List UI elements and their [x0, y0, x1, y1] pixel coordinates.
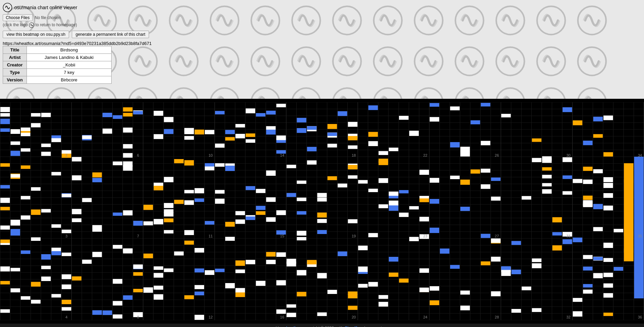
header-content: osu!mania chart online viewer Choose Fil… [3, 3, 641, 84]
bg-logo [490, 82, 531, 99]
bg-logo [572, 82, 612, 99]
generate-link-button[interactable]: generate a permanent link of this chart [72, 31, 149, 38]
metadata-row: Creator_Kobii [3, 61, 112, 69]
svg-point-39 [374, 88, 402, 99]
inline-logo-icon [29, 22, 34, 28]
bg-logo [204, 82, 245, 99]
metadata-value: Birdsong [27, 46, 112, 54]
metadata-label: Title [3, 46, 27, 54]
metadata-label: Version [3, 76, 27, 84]
metadata-row: VersionBirbcore [3, 76, 112, 84]
svg-point-37 [292, 88, 320, 99]
bg-logo [82, 82, 122, 99]
file-row: Choose Files No file chosen [3, 14, 641, 21]
svg-point-33 [129, 88, 157, 99]
action-buttons: view this beatmap on osu.ppy.sh generate… [3, 31, 641, 38]
chart-canvas [0, 102, 644, 320]
click-logo-hint: (click the logo to return to homepage) [3, 22, 641, 28]
svg-point-30 [6, 88, 35, 99]
bg-logo [122, 82, 163, 99]
metadata-value: 7 key [27, 69, 112, 76]
top-bar: osu!mania chart online viewer [3, 3, 641, 12]
svg-point-42 [496, 88, 525, 99]
bg-logo [163, 82, 204, 99]
no-file-text: No file chosen [35, 15, 61, 20]
wheatfox-link[interactable]: wheatfox [283, 326, 300, 327]
svg-point-34 [170, 88, 198, 99]
metadata-label: Type [3, 69, 27, 76]
metadata-label: Artist [3, 54, 27, 61]
metadata-value: Birbcore [27, 76, 112, 84]
cloudflare-link[interactable]: Cloudflare [345, 326, 363, 327]
metadata-value: _Kobii [27, 61, 112, 69]
view-beatmap-button[interactable]: view this beatmap on osu.ppy.sh [3, 31, 69, 38]
bg-logo [0, 82, 41, 99]
metadata-row: ArtistJames Landino & Kabuki [3, 54, 112, 61]
header: // Will be generated by JS [0, 0, 644, 99]
svg-point-41 [456, 88, 484, 99]
svg-point-44 [578, 88, 606, 99]
svg-point-40 [415, 88, 443, 99]
svg-point-35 [211, 88, 239, 99]
metadata-tbody: TitleBirdsongArtistJames Landino & Kabuk… [3, 46, 112, 84]
choose-files-button[interactable]: Choose Files [3, 14, 33, 21]
app-title: osu!mania chart online viewer [14, 5, 77, 10]
svg-point-43 [537, 88, 565, 99]
chart-area [0, 99, 644, 324]
metadata-table: TitleBirdsongArtistJames Landino & Kabuk… [3, 46, 112, 84]
chart-url-link[interactable]: https://wheatfox.art/osumania?md5=d493e7… [3, 41, 152, 46]
svg-point-36 [251, 88, 280, 99]
svg-point-31 [47, 88, 76, 99]
bg-logo [449, 82, 490, 99]
bg-logo [408, 82, 449, 99]
metadata-row: TitleBirdsong [3, 46, 112, 54]
bg-logo [245, 82, 286, 99]
bg-logo [327, 82, 367, 99]
app-logo[interactable]: osu!mania chart online viewer [3, 3, 77, 12]
svg-point-38 [333, 88, 361, 99]
bg-logo [41, 82, 82, 99]
bg-logo [531, 82, 572, 99]
metadata-value: James Landino & Kabuki [27, 54, 112, 61]
metadata-row: Type7 key [3, 69, 112, 76]
svg-point-32 [88, 88, 116, 99]
footer: powered by wheatfox , copyright © 2022, … [0, 324, 644, 327]
bg-logo [286, 82, 327, 99]
metadata-label: Creator [3, 61, 27, 69]
bg-logo [367, 82, 408, 99]
logo-icon [3, 3, 12, 12]
